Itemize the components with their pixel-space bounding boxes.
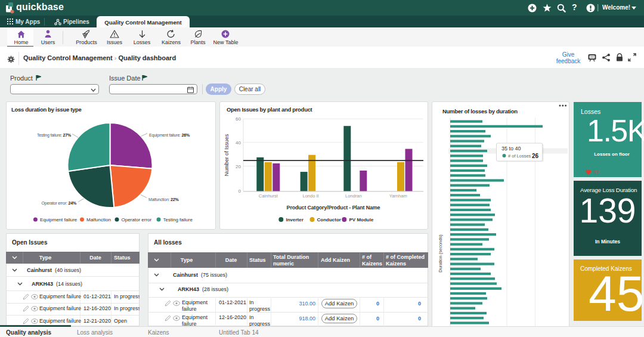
svg-text:Loss duration by issue type: Loss duration by issue type <box>11 106 82 113</box>
svg-text:Malfunction: Malfunction <box>86 217 111 222</box>
svg-text:Operator error: Operator error <box>122 217 152 222</box>
svg-text:Yarnham: Yarnham <box>389 193 407 199</box>
svg-text:Londo II: Londo II <box>303 193 319 199</box>
svg-text:Operator error: 24%: Operator error: 24% <box>42 201 77 206</box>
svg-text:Malfunction: 22%: Malfunction: 22% <box>148 197 179 202</box>
svg-text:40: 40 <box>236 140 241 146</box>
svg-text:Number of losses by duration: Number of losses by duration <box>442 108 518 115</box>
svg-text:PV Module: PV Module <box>349 217 374 222</box>
svg-text:Conductor: Conductor <box>317 217 341 222</box>
svg-text:Equipment failure: Equipment failure <box>40 217 78 222</box>
svg-text:52: 52 <box>594 169 600 175</box>
svg-text:Inverter: Inverter <box>286 217 304 222</box>
svg-text:Open Issues by plant and produ: Open Issues by plant and product <box>227 106 313 113</box>
svg-text:20: 20 <box>236 164 241 169</box>
svg-text:Duration (seconds): Duration (seconds) <box>438 234 443 273</box>
svg-text:35 to 40: 35 to 40 <box>501 146 521 152</box>
svg-text:Cainhurst: Cainhurst <box>259 193 278 199</box>
svg-text:Number of Issues: Number of Issues <box>224 134 230 176</box>
svg-text:Product Catgory/Product - Plan: Product Catgory/Product - Plant Name <box>287 205 380 211</box>
svg-text:60: 60 <box>236 116 241 122</box>
svg-text:Londran: Londran <box>345 193 362 199</box>
svg-text:26: 26 <box>532 153 539 159</box>
svg-text:Testing failure: 27%: Testing failure: 27% <box>37 133 72 138</box>
svg-text:Testing failure: Testing failure <box>163 217 193 222</box>
svg-text:# of Losses: # of Losses <box>508 153 531 159</box>
svg-text:Equipment failure: 26%: Equipment failure: 26% <box>149 133 190 138</box>
svg-text:0: 0 <box>239 188 242 194</box>
